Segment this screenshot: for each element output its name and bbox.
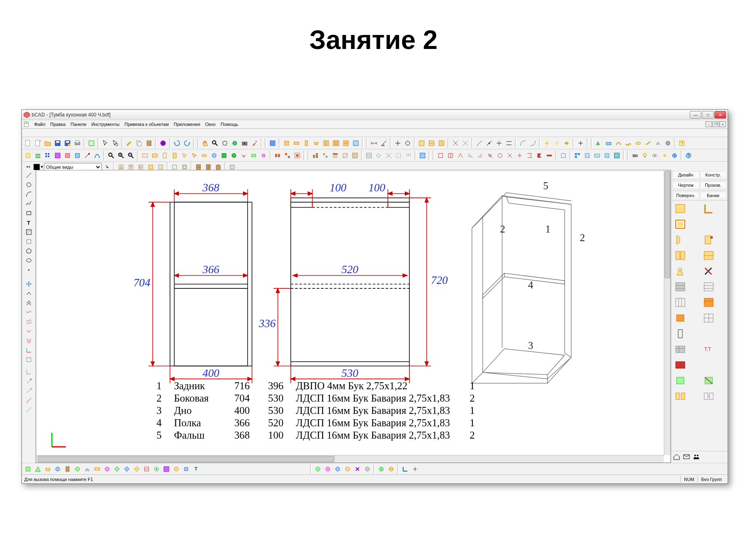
c4-icon[interactable] — [170, 151, 179, 160]
text-tool-icon[interactable]: T — [24, 218, 34, 227]
b1-icon[interactable] — [417, 139, 426, 148]
draw1-tool-icon[interactable] — [24, 367, 34, 376]
region-tool-icon[interactable] — [24, 237, 34, 246]
menu-help[interactable]: Помощь — [218, 121, 241, 128]
s3-icon[interactable] — [331, 151, 340, 160]
color-swatch[interactable] — [33, 164, 40, 170]
l4-icon[interactable] — [504, 139, 514, 148]
sp7-icon[interactable] — [377, 465, 386, 474]
up-tool-icon[interactable] — [24, 289, 34, 298]
c6-icon[interactable] — [190, 151, 199, 160]
c3-icon[interactable] — [160, 151, 169, 160]
rp-draw1-icon[interactable] — [672, 280, 689, 294]
sp3-icon[interactable] — [333, 465, 342, 474]
arc1-icon[interactable] — [518, 139, 528, 148]
rp-g2-icon[interactable] — [700, 374, 717, 388]
eye-icon[interactable] — [650, 151, 659, 160]
zoom-icon[interactable] — [210, 139, 219, 148]
circle-tool-icon[interactable] — [24, 180, 34, 189]
rp-sq2-icon[interactable] — [700, 311, 717, 325]
o12-icon[interactable] — [545, 151, 554, 160]
bt13-icon[interactable] — [142, 465, 151, 474]
bt6-icon[interactable] — [73, 465, 82, 474]
wave2-tool-icon[interactable] — [24, 317, 34, 326]
tool-icon[interactable] — [250, 139, 259, 148]
c13-icon[interactable] — [259, 151, 268, 160]
render-icon[interactable] — [87, 139, 96, 148]
persons-icon[interactable] — [693, 453, 700, 461]
b3-icon[interactable] — [437, 139, 446, 148]
o5-icon[interactable] — [476, 151, 485, 160]
bt11-icon[interactable] — [122, 465, 131, 474]
o4-icon[interactable] — [466, 151, 475, 160]
rtab-banks[interactable]: Банки — [700, 192, 727, 199]
sp4-icon[interactable] — [343, 465, 352, 474]
hatch-tool-icon[interactable] — [24, 228, 34, 237]
new-icon[interactable] — [23, 139, 33, 148]
maximize-button[interactable]: □ — [702, 111, 714, 119]
k4-icon[interactable] — [593, 151, 602, 160]
c10-icon[interactable] — [229, 151, 238, 160]
rtab-design[interactable]: Дизайн — [672, 171, 699, 179]
ellipse-tool-icon[interactable] — [24, 256, 34, 265]
rtab-production[interactable]: Произв. — [700, 181, 727, 189]
box5-icon[interactable] — [322, 139, 331, 148]
arc2-icon[interactable] — [528, 139, 537, 148]
l3-icon[interactable] — [495, 139, 504, 148]
t2-2-icon[interactable] — [33, 151, 42, 160]
rp-vert-icon[interactable] — [672, 327, 689, 341]
s4-icon[interactable] — [341, 151, 350, 160]
menu-snap[interactable]: Привязка к объектам — [122, 121, 171, 128]
p2-icon[interactable] — [604, 139, 613, 148]
o2-icon[interactable] — [446, 151, 455, 160]
k1-icon[interactable] — [559, 151, 568, 160]
o7-icon[interactable] — [495, 151, 504, 160]
rp-col2-icon[interactable] — [700, 295, 717, 309]
down2-tool-icon[interactable] — [24, 336, 34, 345]
o9-icon[interactable] — [515, 151, 524, 160]
wave1-tool-icon[interactable] — [24, 308, 34, 317]
rp-panel3-icon[interactable] — [672, 217, 689, 231]
menu-edit[interactable]: Правка — [48, 121, 68, 128]
s2-icon[interactable] — [321, 151, 330, 160]
g4-icon[interactable] — [394, 151, 403, 160]
t2-3-icon[interactable] — [43, 151, 52, 160]
line-tool-icon[interactable] — [24, 171, 34, 180]
g2-icon[interactable] — [374, 151, 383, 160]
select-icon[interactable] — [111, 139, 120, 148]
k2-icon[interactable] — [573, 151, 582, 160]
rp-table-icon[interactable] — [672, 342, 689, 356]
up2-tool-icon[interactable] — [24, 298, 34, 307]
rp-g1-icon[interactable] — [672, 374, 689, 388]
k5-icon[interactable] — [602, 151, 612, 160]
rp-split1-icon[interactable] — [672, 389, 689, 403]
menu-apps[interactable]: Приложения — [171, 121, 203, 128]
g5-icon[interactable] — [404, 151, 413, 160]
mdi-restore-button[interactable]: ❐ — [712, 121, 719, 127]
sp5-icon[interactable] — [353, 465, 362, 474]
undo-icon[interactable] — [173, 139, 182, 148]
bt4-icon[interactable] — [53, 465, 62, 474]
l1-icon[interactable] — [475, 139, 484, 148]
zoom2-icon[interactable] — [117, 151, 126, 160]
c1-icon[interactable] — [140, 151, 149, 160]
c12-icon[interactable] — [249, 151, 258, 160]
box8-icon[interactable] — [351, 139, 360, 148]
down-tool-icon[interactable] — [24, 327, 34, 336]
bt7-icon[interactable] — [83, 465, 92, 474]
rp-door2-icon[interactable] — [700, 233, 717, 247]
qmark-icon[interactable]: ? — [677, 139, 686, 148]
mdi-close-button[interactable]: × — [719, 121, 726, 127]
box1-icon[interactable] — [282, 139, 291, 148]
t2-5-icon[interactable] — [63, 151, 72, 160]
sp8-icon[interactable] — [387, 465, 396, 474]
layer-icon[interactable] — [268, 139, 277, 148]
bt2-icon[interactable] — [33, 465, 42, 474]
hand-icon[interactable] — [201, 139, 210, 148]
p4-icon[interactable] — [624, 139, 633, 148]
m2-icon[interactable] — [283, 151, 292, 160]
menu-tools[interactable]: Инструменты — [89, 121, 122, 128]
bt3-icon[interactable] — [43, 465, 52, 474]
menu-panels[interactable]: Панели — [68, 121, 89, 128]
minimize-button[interactable]: — — [690, 111, 701, 119]
